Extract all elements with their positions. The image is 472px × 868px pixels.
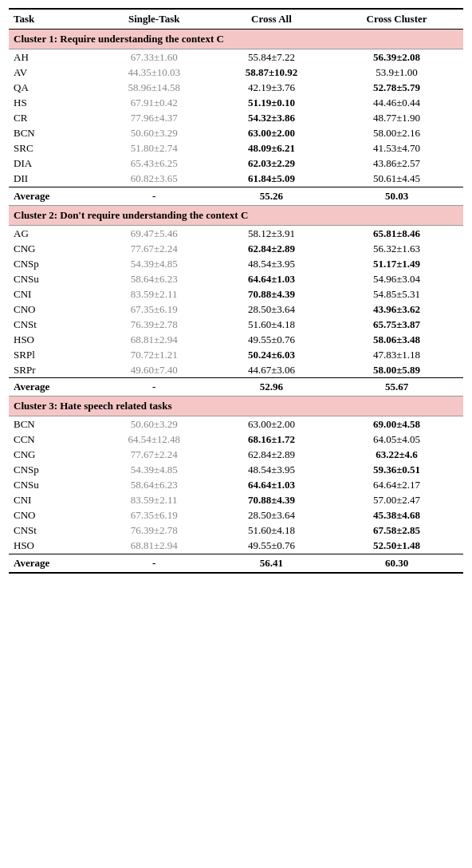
header-row: Task Single-Task Cross All Cross Cluster (9, 9, 463, 30)
single-task-cell: 67.33±1.60 (96, 50, 213, 65)
cross-cluster-cell: 50.61±4.45 (330, 172, 463, 187)
single-task-cell: 58.64±6.23 (96, 271, 213, 286)
single-task-cell: 68.81±2.94 (96, 332, 213, 347)
single-task-cell: 64.54±12.48 (96, 432, 213, 448)
task-cell: CNSp (9, 256, 96, 271)
single-task-cell: 70.72±1.21 (96, 347, 213, 362)
section-title: Cluster 3: Hate speech related tasks (9, 397, 463, 416)
col-task: Task (9, 9, 96, 30)
cross-all-cell: 62.84±2.89 (213, 241, 330, 256)
task-cell: CNG (9, 448, 96, 463)
section-header-row: Cluster 1: Require understanding the con… (9, 30, 463, 49)
cross-all-cell: 42.19±3.76 (213, 81, 330, 96)
col-single-task: Single-Task (96, 9, 213, 30)
cross-cluster-cell: 43.86±2.57 (330, 156, 463, 172)
average-label: Average (9, 378, 96, 397)
cross-all-cell: 62.84±2.89 (213, 448, 330, 463)
section-header-row: Cluster 3: Hate speech related tasks (9, 397, 463, 416)
cross-cluster-cell: 58.00±5.89 (330, 362, 463, 378)
single-task-cell: 67.35±6.19 (96, 302, 213, 317)
table-row: DII60.82±3.6561.84±5.0950.61±4.45 (9, 172, 463, 187)
task-cell: AG (9, 226, 96, 241)
average-single: - (96, 554, 213, 573)
task-cell: BCN (9, 417, 96, 432)
cross-cluster-cell: 54.96±3.04 (330, 271, 463, 286)
table-row: CNSp54.39±4.8548.54±3.9551.17±1.49 (9, 256, 463, 271)
average-row: Average-55.2650.03 (9, 187, 463, 205)
cross-cluster-cell: 63.22±4.6 (330, 448, 463, 463)
cross-cluster-cell: 48.77±1.90 (330, 111, 463, 126)
average-label: Average (9, 554, 96, 573)
cross-all-cell: 48.09±6.21 (213, 141, 330, 156)
task-cell: HSO (9, 332, 96, 347)
single-task-cell: 77.67±2.24 (96, 448, 213, 463)
cross-all-cell: 51.19±0.10 (213, 96, 330, 111)
single-task-cell: 77.96±4.37 (96, 111, 213, 126)
single-task-cell: 77.67±2.24 (96, 241, 213, 256)
average-cross-cluster: 60.30 (330, 554, 463, 573)
task-cell: BCN (9, 126, 96, 141)
cross-cluster-cell: 47.83±1.18 (330, 347, 463, 362)
table-row: SRPl70.72±1.2150.24±6.0347.83±1.18 (9, 347, 463, 362)
table-row: CNO67.35±6.1928.50±3.6445.38±4.68 (9, 508, 463, 523)
cross-cluster-cell: 57.00±2.47 (330, 493, 463, 508)
table-row: CNG77.67±2.2462.84±2.8956.32±1.63 (9, 241, 463, 256)
table-row: AH67.33±1.6055.84±7.2256.39±2.08 (9, 50, 463, 65)
cross-cluster-cell: 56.32±1.63 (330, 241, 463, 256)
cross-cluster-cell: 65.81±8.46 (330, 226, 463, 241)
cross-all-cell: 48.54±3.95 (213, 256, 330, 271)
cross-cluster-cell: 51.17±1.49 (330, 256, 463, 271)
single-task-cell: 83.59±2.11 (96, 286, 213, 302)
single-task-cell: 67.91±0.42 (96, 96, 213, 111)
task-cell: CNSt (9, 317, 96, 332)
table-row: HSO68.81±2.9449.55±0.7652.50±1.48 (9, 539, 463, 554)
task-cell: DII (9, 172, 96, 187)
task-cell: CR (9, 111, 96, 126)
section-title: Cluster 1: Require understanding the con… (9, 30, 463, 49)
average-row: Average-52.9655.67 (9, 378, 463, 397)
table-row: SRPr49.60±7.4044.67±3.0658.00±5.89 (9, 362, 463, 378)
single-task-cell: 54.39±4.85 (96, 463, 213, 478)
average-cross-cluster: 55.67 (330, 378, 463, 397)
cross-all-cell: 62.03±2.29 (213, 156, 330, 172)
table-row: BCN50.60±3.2963.00±2.0069.00±4.58 (9, 417, 463, 432)
single-task-cell: 67.35±6.19 (96, 508, 213, 523)
single-task-cell: 54.39±4.85 (96, 256, 213, 271)
table-row: CCN64.54±12.4868.16±1.7264.05±4.05 (9, 432, 463, 448)
single-task-cell: 65.43±6.25 (96, 156, 213, 172)
cross-all-cell: 63.00±2.00 (213, 417, 330, 432)
cross-all-cell: 55.84±7.22 (213, 50, 330, 65)
col-cross-all: Cross All (213, 9, 330, 30)
cross-all-cell: 58.12±3.91 (213, 226, 330, 241)
cross-all-cell: 48.54±3.95 (213, 463, 330, 478)
cross-cluster-cell: 65.75±3.87 (330, 317, 463, 332)
task-cell: AV (9, 65, 96, 81)
cross-all-cell: 49.55±0.76 (213, 332, 330, 347)
single-task-cell: 76.39±2.78 (96, 317, 213, 332)
cross-all-cell: 51.60±4.18 (213, 523, 330, 539)
table-row: CNSt76.39±2.7851.60±4.1867.58±2.85 (9, 523, 463, 539)
task-cell: SRC (9, 141, 96, 156)
single-task-cell: 49.60±7.40 (96, 362, 213, 378)
cross-cluster-cell: 58.00±2.16 (330, 126, 463, 141)
cross-all-cell: 49.55±0.76 (213, 539, 330, 554)
cross-cluster-cell: 64.64±2.17 (330, 478, 463, 493)
cross-cluster-cell: 64.05±4.05 (330, 432, 463, 448)
results-table: Task Single-Task Cross All Cross Cluster… (9, 8, 463, 574)
cross-all-cell: 64.64±1.03 (213, 271, 330, 286)
task-cell: HSO (9, 539, 96, 554)
task-cell: CNI (9, 493, 96, 508)
table-row: QA58.96±14.5842.19±3.7652.78±5.79 (9, 81, 463, 96)
table-row: CNSt76.39±2.7851.60±4.1865.75±3.87 (9, 317, 463, 332)
cross-all-cell: 51.60±4.18 (213, 317, 330, 332)
task-cell: CNSu (9, 271, 96, 286)
table-row: CR77.96±4.3754.32±3.8648.77±1.90 (9, 111, 463, 126)
average-row: Average-56.4160.30 (9, 554, 463, 573)
table-row: SRC51.80±2.7448.09±6.2141.53±4.70 (9, 141, 463, 156)
task-cell: CNSt (9, 523, 96, 539)
table-row: AG69.47±5.4658.12±3.9165.81±8.46 (9, 226, 463, 241)
cross-all-cell: 28.50±3.64 (213, 302, 330, 317)
single-task-cell: 68.81±2.94 (96, 539, 213, 554)
average-cross-all: 55.26 (213, 187, 330, 205)
task-cell: QA (9, 81, 96, 96)
